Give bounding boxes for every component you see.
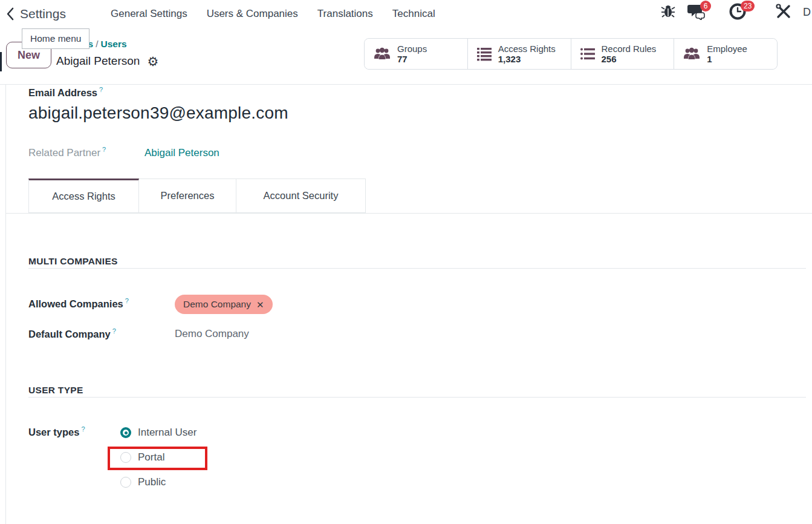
email-address-value[interactable]: abigail.peterson39@example.com (28, 103, 288, 123)
stat-value: 1 (707, 54, 747, 64)
tab-account-security[interactable]: Account Security (236, 178, 366, 213)
stat-value: 1,323 (498, 54, 556, 64)
default-company-value[interactable]: Demo Company (175, 328, 249, 340)
users-icon (683, 47, 701, 61)
stat-button-access-rights[interactable]: Access Rights 1,323 (467, 39, 571, 69)
stat-button-employee[interactable]: Employee 1 (674, 39, 777, 69)
home-menu-tooltip: Home menu (22, 28, 89, 49)
top-navbar: Settings General Settings Users & Compan… (0, 0, 812, 28)
section-divider (28, 397, 806, 398)
stat-value: 256 (602, 54, 657, 64)
help-question-icon: ? (81, 425, 85, 433)
list-icon (580, 47, 596, 61)
allowed-companies-label: Allowed Companies? (28, 297, 129, 310)
tab-preferences[interactable]: Preferences (139, 178, 236, 213)
company-tag-label: Demo Company (183, 299, 251, 310)
sheet-left-border (5, 84, 6, 524)
users-icon (373, 47, 391, 61)
menu-translations[interactable]: Translations (317, 8, 373, 20)
tag-remove-icon[interactable]: ✕ (256, 300, 264, 309)
app-title: Settings (20, 7, 66, 21)
radio-unchecked-icon[interactable] (120, 477, 131, 488)
stat-label: Access Rights (498, 44, 556, 54)
related-partner-label: Related Partner? (28, 146, 106, 159)
radio-label: Portal (138, 451, 164, 463)
email-address-label: Email Address? (28, 86, 103, 99)
stat-label: Employee (707, 44, 747, 54)
back-chevron-icon (6, 7, 14, 21)
section-title-user-type: USER TYPE (28, 385, 83, 396)
stat-button-record-rules[interactable]: Record Rules 256 (571, 39, 674, 69)
help-question-icon: ? (125, 297, 129, 304)
related-partner-link[interactable]: Abigail Peterson (145, 147, 219, 159)
notebook-divider (5, 213, 812, 214)
user-types-label: User types? (28, 425, 85, 438)
menu-users-companies[interactable]: Users & Companies (207, 8, 298, 20)
radio-unchecked-icon[interactable] (120, 452, 131, 463)
list-icon (476, 47, 492, 61)
tools-icon[interactable] (776, 4, 791, 22)
messages-count-badge: 6 (700, 1, 711, 11)
menu-general-settings[interactable]: General Settings (111, 8, 187, 20)
radio-public[interactable]: Public (120, 476, 166, 488)
radio-checked-icon[interactable] (120, 427, 131, 438)
breadcrumb-separator: / (93, 39, 100, 49)
odoo-user-form-screen: Settings General Settings Users & Compan… (0, 0, 812, 524)
stat-button-groups[interactable]: Groups 77 (365, 39, 467, 69)
radio-label: Internal User (138, 427, 197, 439)
debug-bug-icon[interactable] (661, 3, 675, 21)
app-menu-toggle[interactable]: Settings (6, 0, 66, 28)
help-question-icon: ? (99, 86, 103, 93)
help-question-icon: ? (112, 327, 116, 335)
section-title-multi-companies: MULTI COMPANIES (28, 256, 118, 267)
record-title: Abigail Peterson (56, 54, 140, 68)
stat-label: Groups (397, 44, 427, 54)
breadcrumb-users-link[interactable]: Users (100, 39, 126, 49)
action-gear-icon[interactable]: ⚙ (147, 55, 158, 68)
menu-technical[interactable]: Technical (392, 8, 435, 20)
sheet-top-border (0, 84, 812, 85)
stat-button-group: Groups 77 Access Rights 1,323 (364, 38, 778, 70)
radio-portal[interactable]: Portal (120, 451, 164, 463)
stat-value: 77 (397, 54, 427, 64)
help-question-icon: ? (102, 146, 106, 153)
notebook-tabs: Access Rights Preferences Account Securi… (28, 178, 366, 213)
radio-label: Public (138, 476, 166, 488)
top-menu: General Settings Users & Companies Trans… (111, 0, 435, 28)
user-menu-initial[interactable]: D (803, 6, 811, 19)
section-divider (28, 268, 806, 269)
tab-access-rights[interactable]: Access Rights (28, 178, 139, 213)
activities-count-badge: 23 (741, 1, 755, 11)
stat-label: Record Rules (602, 44, 657, 54)
radio-internal-user[interactable]: Internal User (120, 427, 197, 439)
default-company-label: Default Company? (28, 327, 116, 340)
breadcrumb-current: Abigail Peterson ⚙ (56, 54, 158, 68)
company-tag[interactable]: Demo Company ✕ (175, 295, 273, 314)
left-edge-artifact (0, 52, 2, 71)
